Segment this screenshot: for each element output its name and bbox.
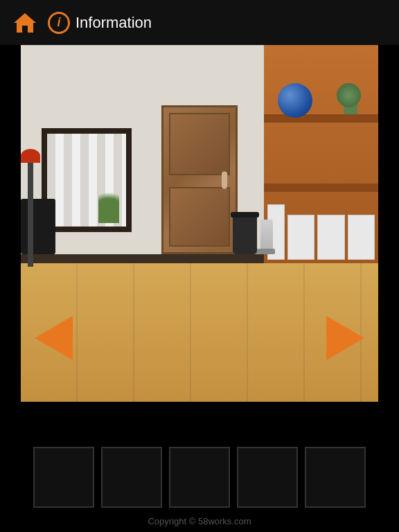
right-arrow-shape — [326, 316, 364, 360]
shelf-plant[interactable] — [333, 66, 368, 114]
shelf-board-1 — [264, 114, 378, 123]
inventory-slot-4[interactable] — [237, 447, 298, 508]
left-arrow-shape — [35, 316, 73, 360]
info-button[interactable]: i Information — [48, 12, 152, 34]
room — [21, 45, 378, 402]
home-button[interactable] — [10, 8, 39, 37]
info-label: Information — [76, 14, 152, 32]
door[interactable] — [161, 105, 238, 254]
svg-marker-0 — [14, 13, 36, 33]
inventory-slot-2[interactable] — [101, 447, 162, 508]
trash-can[interactable] — [233, 216, 257, 254]
door-panel-top — [169, 113, 230, 175]
floor — [21, 263, 378, 402]
door-handle[interactable] — [222, 171, 227, 188]
white-box-2[interactable] — [317, 215, 344, 260]
game-scene — [21, 45, 378, 402]
inventory-slot-3[interactable] — [169, 447, 230, 508]
mirror-plant-reflection — [98, 188, 119, 223]
shelf-board-2 — [264, 184, 378, 192]
globe[interactable] — [278, 83, 312, 118]
white-box-3[interactable] — [348, 215, 375, 260]
nav-arrow-right[interactable] — [326, 315, 364, 360]
copyright-text: Copyright © 58works.com — [0, 516, 399, 526]
info-icon: i — [48, 12, 70, 34]
nav-arrow-left[interactable] — [35, 315, 73, 360]
door-panel-bottom — [169, 187, 230, 247]
inventory-slot-1[interactable] — [33, 447, 94, 508]
boot-right — [260, 220, 273, 254]
shelf-items-bottom — [267, 197, 375, 263]
top-bar: i Information — [0, 0, 399, 45]
inventory-slot-5[interactable] — [305, 447, 366, 508]
sofa[interactable] — [21, 199, 55, 254]
inventory-bar — [33, 447, 366, 508]
white-box-1[interactable] — [287, 215, 314, 260]
umbrella[interactable] — [28, 156, 33, 267]
bookshelf[interactable] — [264, 45, 378, 263]
